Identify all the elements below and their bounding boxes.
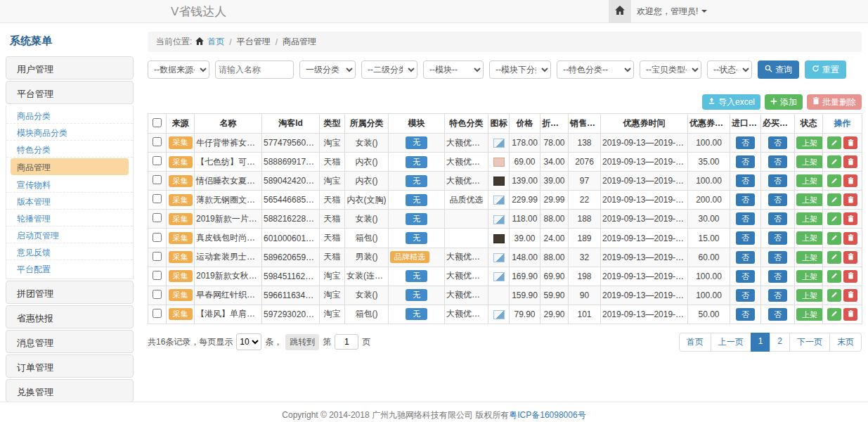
home-button[interactable] <box>609 0 631 23</box>
mustbuy-flag-button[interactable]: 否 <box>768 270 787 283</box>
delete-button[interactable] <box>843 289 857 302</box>
status-button[interactable]: 上架 <box>796 193 823 206</box>
delete-button[interactable] <box>843 155 857 168</box>
sidebar-submenu-item[interactable]: 版本管理 <box>6 193 133 210</box>
import-flag-button[interactable]: 否 <box>736 231 755 244</box>
sidebar-submenu-item[interactable]: 轮播管理 <box>6 210 133 226</box>
status-button[interactable]: 上架 <box>796 270 823 283</box>
module-select[interactable]: --模块-- <box>423 60 484 79</box>
edit-button[interactable] <box>827 212 841 225</box>
row-checkbox[interactable] <box>153 137 162 146</box>
page-button[interactable]: 1 <box>751 333 771 352</box>
mustbuy-flag-button[interactable]: 否 <box>768 308 787 321</box>
sidebar-submenu-item[interactable]: 启动页管理 <box>6 226 133 243</box>
sidebar-submenu-item[interactable]: 特色分类 <box>6 141 133 158</box>
status-button[interactable]: 上架 <box>796 136 823 149</box>
delete-button[interactable] <box>843 174 857 187</box>
edit-button[interactable] <box>827 174 841 187</box>
edit-button[interactable] <box>827 289 841 302</box>
sidebar-submenu-item[interactable]: 模块商品分类 <box>6 124 133 141</box>
edit-button[interactable] <box>827 251 841 264</box>
import-flag-button[interactable]: 否 <box>736 174 755 187</box>
import-flag-button[interactable]: 否 <box>736 212 755 225</box>
edit-button[interactable] <box>827 193 841 206</box>
mustbuy-flag-button[interactable]: 否 <box>768 136 787 149</box>
sidebar-group[interactable]: 消息管理 <box>6 330 134 353</box>
add-button[interactable]: 添加 <box>765 94 803 110</box>
sidebar-group[interactable]: 省惠快报 <box>6 305 134 328</box>
level2-category-select[interactable]: --二级分类-- <box>361 60 417 79</box>
status-select[interactable]: --状态-- <box>707 60 752 79</box>
row-checkbox[interactable] <box>153 309 162 318</box>
import-excel-button[interactable]: 导入excel <box>702 94 760 110</box>
row-checkbox[interactable] <box>153 271 162 280</box>
delete-button[interactable] <box>843 270 857 283</box>
page-button[interactable]: 下一页 <box>789 333 830 352</box>
data-source-select[interactable]: --数据来源-- <box>148 60 209 79</box>
page-button[interactable]: 首页 <box>679 333 711 352</box>
page-button[interactable]: 2 <box>770 333 790 352</box>
status-button[interactable]: 上架 <box>796 155 823 168</box>
delete-button[interactable] <box>843 136 857 149</box>
select-all-checkbox[interactable] <box>153 118 162 127</box>
edit-button[interactable] <box>827 155 841 168</box>
mustbuy-flag-button[interactable]: 否 <box>768 174 787 187</box>
import-flag-button[interactable]: 否 <box>736 270 755 283</box>
name-search-input[interactable] <box>215 60 294 79</box>
batch-delete-button[interactable]: 批量删除 <box>807 94 862 110</box>
per-page-select[interactable]: 10 <box>236 333 261 350</box>
row-checkbox[interactable] <box>153 233 162 242</box>
sidebar-submenu-item[interactable]: 平台配置 <box>6 260 133 277</box>
edit-button[interactable] <box>827 308 841 321</box>
delete-button[interactable] <box>843 232 857 245</box>
delete-button[interactable] <box>843 308 857 321</box>
status-button[interactable]: 上架 <box>796 308 823 321</box>
item-type-select[interactable]: --宝贝类型-- <box>640 60 701 79</box>
status-button[interactable]: 上架 <box>796 174 823 187</box>
delete-button[interactable] <box>843 251 857 264</box>
sidebar-group[interactable]: 拼团管理 <box>6 281 134 304</box>
mustbuy-flag-button[interactable]: 否 <box>768 289 787 302</box>
sidebar-group[interactable]: 订单管理 <box>6 354 134 378</box>
sidebar-submenu-item[interactable]: 商品管理 <box>11 158 129 175</box>
sidebar-submenu-item[interactable]: 意见反馈 <box>6 243 133 260</box>
edit-button[interactable] <box>827 232 841 245</box>
sidebar-group[interactable]: 兑换管理 <box>6 379 134 402</box>
edit-button[interactable] <box>827 136 841 149</box>
row-checkbox[interactable] <box>153 213 162 222</box>
mustbuy-flag-button[interactable]: 否 <box>768 251 787 264</box>
page-button[interactable]: 末页 <box>829 333 862 352</box>
import-flag-button[interactable]: 否 <box>736 155 755 168</box>
mustbuy-flag-button[interactable]: 否 <box>768 212 787 225</box>
row-checkbox[interactable] <box>153 194 162 203</box>
row-checkbox[interactable] <box>153 252 162 261</box>
user-menu[interactable]: 欢迎您，管理员! <box>637 0 707 23</box>
mustbuy-flag-button[interactable]: 否 <box>768 193 787 206</box>
level1-category-select[interactable]: 一级分类 <box>299 60 356 79</box>
sidebar-submenu-item[interactable]: 宣传物料 <box>6 176 133 193</box>
edit-button[interactable] <box>827 270 841 283</box>
mustbuy-flag-button[interactable]: 否 <box>768 155 787 168</box>
page-button[interactable]: 上一页 <box>711 333 751 352</box>
status-button[interactable]: 上架 <box>796 212 823 225</box>
sidebar-group[interactable]: 平台管理 <box>6 81 134 104</box>
icp-link[interactable]: 粤ICP备16098006号 <box>509 410 585 420</box>
import-flag-button[interactable]: 否 <box>736 289 755 302</box>
search-button[interactable]: 查询 <box>758 60 799 79</box>
delete-button[interactable] <box>843 193 857 206</box>
jump-page-input[interactable] <box>335 334 358 350</box>
row-checkbox[interactable] <box>153 290 162 299</box>
module-subcategory-select[interactable]: --模块下分类-- <box>489 60 551 79</box>
feature-category-select[interactable]: --特色分类-- <box>557 60 634 79</box>
import-flag-button[interactable]: 否 <box>736 308 755 321</box>
status-button[interactable]: 上架 <box>796 231 823 244</box>
import-flag-button[interactable]: 否 <box>736 251 755 264</box>
delete-button[interactable] <box>843 212 857 225</box>
row-checkbox[interactable] <box>153 175 162 184</box>
row-checkbox[interactable] <box>153 156 162 165</box>
status-button[interactable]: 上架 <box>796 289 823 302</box>
status-button[interactable]: 上架 <box>796 251 823 264</box>
sidebar-submenu-item[interactable]: 商品分类 <box>6 107 133 124</box>
import-flag-button[interactable]: 否 <box>736 193 755 206</box>
import-flag-button[interactable]: 否 <box>736 136 755 149</box>
